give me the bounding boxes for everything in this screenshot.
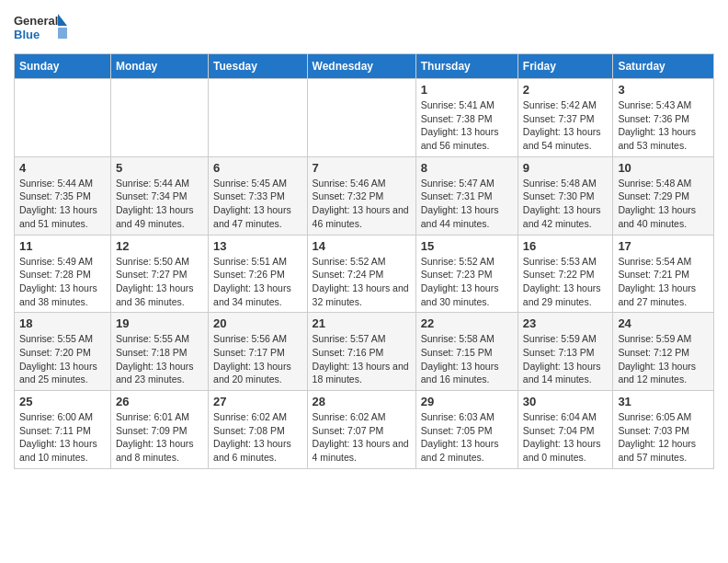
svg-marker-2 — [58, 14, 67, 26]
calendar-cell: 3Sunrise: 5:43 AMSunset: 7:36 PMDaylight… — [613, 79, 714, 157]
cell-date: 8 — [421, 161, 513, 175]
calendar-cell: 6Sunrise: 5:45 AMSunset: 7:33 PMDaylight… — [209, 156, 308, 235]
page-header: GeneralBlue — [14, 9, 714, 46]
cell-date: 19 — [116, 316, 203, 330]
cell-date: 24 — [618, 316, 709, 330]
cell-date: 9 — [523, 161, 609, 175]
calendar-cell: 27Sunrise: 6:02 AMSunset: 7:08 PMDayligh… — [209, 391, 308, 469]
week-row-3: 11Sunrise: 5:49 AMSunset: 7:28 PMDayligh… — [15, 235, 714, 313]
cell-info: Sunrise: 6:02 AMSunset: 7:08 PMDaylight:… — [213, 410, 302, 465]
cell-info: Sunrise: 6:00 AMSunset: 7:11 PMDaylight:… — [19, 410, 106, 465]
cell-date: 30 — [523, 395, 609, 408]
calendar-cell: 4Sunrise: 5:44 AMSunset: 7:35 PMDaylight… — [15, 156, 111, 235]
cell-info: Sunrise: 6:05 AMSunset: 7:03 PMDaylight:… — [618, 410, 709, 465]
cell-date: 21 — [313, 316, 411, 330]
cell-info: Sunrise: 5:45 AMSunset: 7:33 PMDaylight:… — [213, 177, 302, 231]
calendar-cell: 14Sunrise: 5:52 AMSunset: 7:24 PMDayligh… — [307, 235, 415, 313]
svg-text:Blue: Blue — [14, 28, 40, 41]
week-row-1: 1Sunrise: 5:41 AMSunset: 7:38 PMDaylight… — [15, 79, 714, 157]
svg-marker-3 — [58, 28, 67, 39]
calendar-cell: 21Sunrise: 5:57 AMSunset: 7:16 PMDayligh… — [307, 313, 415, 391]
calendar-cell: 12Sunrise: 5:50 AMSunset: 7:27 PMDayligh… — [110, 235, 208, 313]
day-header-sunday: Sunday — [15, 54, 111, 79]
day-header-thursday: Thursday — [415, 54, 518, 79]
calendar-cell: 5Sunrise: 5:44 AMSunset: 7:34 PMDaylight… — [110, 156, 208, 235]
calendar-cell: 15Sunrise: 5:52 AMSunset: 7:23 PMDayligh… — [415, 235, 518, 313]
cell-date: 6 — [213, 161, 302, 175]
cell-date: 25 — [19, 395, 106, 408]
calendar-cell: 18Sunrise: 5:55 AMSunset: 7:20 PMDayligh… — [15, 313, 111, 391]
cell-info: Sunrise: 5:57 AMSunset: 7:16 PMDaylight:… — [313, 332, 411, 386]
cell-date: 12 — [116, 239, 203, 253]
cell-date: 18 — [19, 316, 106, 330]
week-row-2: 4Sunrise: 5:44 AMSunset: 7:35 PMDaylight… — [15, 156, 714, 235]
calendar-cell: 1Sunrise: 5:41 AMSunset: 7:38 PMDaylight… — [415, 79, 518, 157]
calendar-cell: 9Sunrise: 5:48 AMSunset: 7:30 PMDaylight… — [518, 156, 613, 235]
cell-date: 7 — [313, 161, 411, 175]
logo: GeneralBlue — [14, 9, 69, 46]
calendar-cell: 11Sunrise: 5:49 AMSunset: 7:28 PMDayligh… — [15, 235, 111, 313]
cell-date: 22 — [421, 316, 513, 330]
calendar-cell: 16Sunrise: 5:53 AMSunset: 7:22 PMDayligh… — [518, 235, 613, 313]
calendar-cell: 24Sunrise: 5:59 AMSunset: 7:12 PMDayligh… — [613, 313, 714, 391]
cell-info: Sunrise: 5:52 AMSunset: 7:23 PMDaylight:… — [421, 255, 513, 309]
cell-date: 16 — [523, 239, 609, 253]
calendar-cell: 13Sunrise: 5:51 AMSunset: 7:26 PMDayligh… — [209, 235, 308, 313]
cell-info: Sunrise: 5:52 AMSunset: 7:24 PMDaylight:… — [313, 255, 411, 309]
day-header-monday: Monday — [110, 54, 208, 79]
cell-date: 1 — [421, 83, 513, 97]
cell-date: 4 — [19, 161, 106, 175]
calendar-cell: 26Sunrise: 6:01 AMSunset: 7:09 PMDayligh… — [110, 391, 208, 469]
calendar-cell: 17Sunrise: 5:54 AMSunset: 7:21 PMDayligh… — [613, 235, 714, 313]
cell-info: Sunrise: 5:44 AMSunset: 7:35 PMDaylight:… — [19, 177, 106, 231]
calendar-cell: 7Sunrise: 5:46 AMSunset: 7:32 PMDaylight… — [307, 156, 415, 235]
cell-date: 29 — [421, 395, 513, 408]
calendar-cell — [15, 79, 111, 157]
cell-info: Sunrise: 5:48 AMSunset: 7:30 PMDaylight:… — [523, 177, 609, 231]
day-header-friday: Friday — [518, 54, 613, 79]
cell-date: 10 — [618, 161, 709, 175]
cell-info: Sunrise: 5:51 AMSunset: 7:26 PMDaylight:… — [213, 255, 302, 309]
cell-info: Sunrise: 5:41 AMSunset: 7:38 PMDaylight:… — [421, 98, 513, 153]
cell-info: Sunrise: 5:49 AMSunset: 7:28 PMDaylight:… — [19, 255, 106, 309]
cell-info: Sunrise: 5:50 AMSunset: 7:27 PMDaylight:… — [116, 255, 203, 309]
cell-date: 27 — [213, 395, 302, 408]
cell-date: 26 — [116, 395, 203, 408]
cell-info: Sunrise: 5:55 AMSunset: 7:20 PMDaylight:… — [19, 332, 106, 386]
cell-info: Sunrise: 5:59 AMSunset: 7:12 PMDaylight:… — [618, 332, 709, 386]
week-row-4: 18Sunrise: 5:55 AMSunset: 7:20 PMDayligh… — [15, 313, 714, 391]
svg-text:General: General — [14, 14, 58, 28]
calendar-cell — [209, 79, 308, 157]
cell-date: 13 — [213, 239, 302, 253]
calendar-cell: 23Sunrise: 5:59 AMSunset: 7:13 PMDayligh… — [518, 313, 613, 391]
cell-info: Sunrise: 6:03 AMSunset: 7:05 PMDaylight:… — [421, 410, 513, 465]
cell-info: Sunrise: 6:01 AMSunset: 7:09 PMDaylight:… — [116, 410, 203, 465]
cell-date: 3 — [618, 83, 709, 97]
cell-info: Sunrise: 5:42 AMSunset: 7:37 PMDaylight:… — [523, 98, 609, 153]
calendar-cell: 19Sunrise: 5:55 AMSunset: 7:18 PMDayligh… — [110, 313, 208, 391]
cell-info: Sunrise: 6:02 AMSunset: 7:07 PMDaylight:… — [313, 410, 411, 465]
cell-info: Sunrise: 5:58 AMSunset: 7:15 PMDaylight:… — [421, 332, 513, 386]
cell-info: Sunrise: 5:44 AMSunset: 7:34 PMDaylight:… — [116, 177, 203, 231]
day-header-saturday: Saturday — [613, 54, 714, 79]
cell-date: 2 — [523, 83, 609, 97]
day-header-tuesday: Tuesday — [209, 54, 308, 79]
cell-date: 5 — [116, 161, 203, 175]
calendar-cell — [110, 79, 208, 157]
calendar-cell: 2Sunrise: 5:42 AMSunset: 7:37 PMDaylight… — [518, 79, 613, 157]
calendar-cell: 29Sunrise: 6:03 AMSunset: 7:05 PMDayligh… — [415, 391, 518, 469]
cell-info: Sunrise: 5:53 AMSunset: 7:22 PMDaylight:… — [523, 255, 609, 309]
cell-date: 28 — [313, 395, 411, 408]
cell-info: Sunrise: 6:04 AMSunset: 7:04 PMDaylight:… — [523, 410, 609, 465]
day-header-wednesday: Wednesday — [307, 54, 415, 79]
cell-info: Sunrise: 5:54 AMSunset: 7:21 PMDaylight:… — [618, 255, 709, 309]
calendar-table: SundayMondayTuesdayWednesdayThursdayFrid… — [14, 53, 714, 469]
calendar-cell — [307, 79, 415, 157]
cell-info: Sunrise: 5:55 AMSunset: 7:18 PMDaylight:… — [116, 332, 203, 386]
calendar-cell: 31Sunrise: 6:05 AMSunset: 7:03 PMDayligh… — [613, 391, 714, 469]
week-row-5: 25Sunrise: 6:00 AMSunset: 7:11 PMDayligh… — [15, 391, 714, 469]
cell-date: 31 — [618, 395, 709, 408]
calendar-cell: 20Sunrise: 5:56 AMSunset: 7:17 PMDayligh… — [209, 313, 308, 391]
logo-svg: GeneralBlue — [14, 9, 69, 46]
cell-info: Sunrise: 5:43 AMSunset: 7:36 PMDaylight:… — [618, 98, 709, 153]
